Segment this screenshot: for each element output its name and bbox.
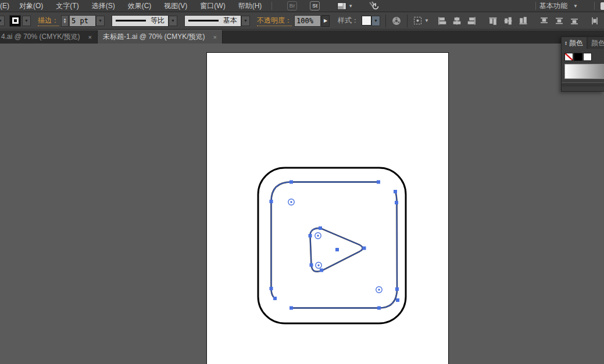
menu-view[interactable]: 视图(V): [158, 0, 194, 12]
arrange-documents-icon[interactable]: [337, 2, 346, 10]
stroke-color-swatch[interactable]: [9, 15, 21, 27]
divider: [535, 2, 536, 10]
dist-left-icon[interactable]: [591, 16, 600, 26]
anchor-point[interactable]: [270, 287, 273, 290]
canvas-area[interactable]: [0, 44, 604, 364]
tab-color-guide-label: 颜色: [591, 38, 604, 48]
width-profile-value: 等比: [151, 16, 165, 26]
artboard[interactable]: [207, 53, 449, 364]
divider: [385, 15, 386, 27]
grayscale-spectrum-ramp[interactable]: [564, 64, 604, 79]
anchor-point[interactable]: [319, 226, 322, 230]
divider: [407, 15, 408, 27]
anchor-point[interactable]: [394, 190, 397, 193]
stepper-down-icon[interactable]: ▼: [63, 21, 67, 24]
document-tab-1[interactable]: 4.ai @ 70% (CMYK/预览) ×: [0, 30, 98, 44]
width-profile-combo[interactable]: 等比: [112, 15, 169, 27]
anchor-point[interactable]: [395, 201, 398, 204]
canvas-svg: [0, 44, 604, 364]
align-to-dropdown[interactable]: ▼: [424, 18, 429, 23]
stroke-weight-input[interactable]: [69, 15, 96, 27]
align-center-h-icon[interactable]: [452, 16, 462, 26]
dist-top-icon[interactable]: [539, 16, 549, 26]
menu-select[interactable]: 选择(S): [85, 0, 121, 12]
menu-type[interactable]: 文字(T): [49, 0, 85, 12]
divider: [271, 2, 272, 10]
panel-footer: [562, 82, 604, 87]
anchor-point[interactable]: [395, 287, 399, 291]
close-tab-icon[interactable]: ×: [213, 34, 217, 41]
illustrator-window: (E) 对象(O) 文字(T) 选择(S) 效果(C) 视图(V) 窗口(W) …: [0, 0, 604, 364]
opacity-input[interactable]: [294, 15, 321, 27]
brush-definition-dropdown[interactable]: ▼: [241, 16, 250, 26]
stroke-weight-stepper[interactable]: ▲ ▼: [61, 15, 69, 27]
document-tab-title: 未标题-1.ai @ 70% (CMYK/预览): [103, 32, 205, 42]
tab-color-label: 颜色: [569, 38, 583, 48]
fill-color-dropdown[interactable]: ▼: [0, 16, 5, 26]
align-top-icon[interactable]: [488, 16, 498, 26]
brush-definition-combo[interactable]: 基本: [184, 15, 241, 27]
anchor-point[interactable]: [273, 297, 277, 300]
corner-widget-dot: [290, 201, 292, 203]
anchor-point[interactable]: [377, 307, 381, 310]
style-label: 样式：: [338, 16, 359, 26]
swatch-none[interactable]: [564, 53, 573, 61]
anchor-point[interactable]: [320, 269, 323, 272]
anchor-point[interactable]: [377, 181, 380, 184]
style-swatch[interactable]: [362, 16, 371, 26]
anchor-point[interactable]: [310, 264, 313, 267]
align-left-icon[interactable]: [437, 16, 446, 26]
stock-icon[interactable]: St: [310, 1, 320, 10]
menu-object[interactable]: 对象(O): [13, 0, 49, 12]
align-right-icon[interactable]: [467, 16, 477, 26]
recolor-artwork-icon[interactable]: [391, 16, 402, 26]
opacity-panel-link[interactable]: 不透明度：: [257, 16, 292, 26]
stroke-weight-dropdown[interactable]: ▼: [96, 16, 105, 26]
stroke-ring-icon: [12, 17, 19, 24]
corner-widget-dot: [378, 289, 380, 290]
width-profile-dropdown[interactable]: ▼: [169, 16, 177, 26]
corner-widget-dot: [317, 264, 319, 266]
tab-color-guide[interactable]: 颜色: [588, 37, 604, 49]
style-dropdown[interactable]: ▼: [371, 16, 380, 26]
align-to-selection-icon[interactable]: [413, 16, 423, 26]
workspace-switcher[interactable]: 基本功能 ▼: [532, 1, 604, 11]
brush-line-icon: [188, 20, 219, 21]
stroke-color-dropdown[interactable]: ▼: [22, 16, 31, 26]
tab-color[interactable]: ▴▾ 颜色: [562, 37, 587, 49]
opacity-slider-button[interactable]: ▶: [321, 15, 330, 27]
color-panel: ▴▾ 颜色 颜色: [561, 36, 604, 92]
arrange-documents-dropdown[interactable]: ▼: [348, 3, 353, 9]
panel-collapse-icon[interactable]: ▴▾: [565, 41, 567, 45]
dist-bottom-icon[interactable]: [570, 16, 579, 26]
cs-live-icon[interactable]: [368, 1, 380, 10]
menu-effect[interactable]: 效果(C): [121, 0, 158, 12]
swatch-white[interactable]: [583, 53, 592, 61]
anchor-point[interactable]: [290, 307, 293, 310]
close-tab-icon[interactable]: ×: [88, 34, 92, 41]
align-middle-v-icon[interactable]: [503, 16, 513, 26]
stroke-panel-link[interactable]: 描边：: [38, 16, 59, 26]
menu-edit-partial[interactable]: (E): [0, 0, 13, 12]
document-tab-title: 4.ai @ 70% (CMYK/预览): [1, 32, 80, 42]
align-bottom-icon[interactable]: [519, 16, 528, 26]
anchor-point[interactable]: [309, 234, 312, 237]
workspace-label: 基本功能: [539, 1, 567, 11]
document-tab-2[interactable]: 未标题-1.ai @ 70% (CMYK/预览) ×: [98, 30, 223, 44]
anchor-point[interactable]: [396, 298, 399, 302]
object-center-point[interactable]: [335, 248, 339, 251]
document-tab-bar: 4.ai @ 70% (CMYK/预览) × 未标题-1.ai @ 70% (C…: [0, 30, 604, 44]
workspace-dropdown-icon: ▼: [573, 3, 578, 9]
bridge-icon[interactable]: Br: [287, 1, 297, 10]
menu-help[interactable]: 帮助(H): [232, 0, 269, 12]
anchor-point[interactable]: [363, 247, 366, 250]
dist-middle-icon[interactable]: [555, 16, 564, 26]
anchor-point[interactable]: [270, 200, 273, 203]
menu-window[interactable]: 窗口(W): [194, 0, 231, 12]
anchor-point[interactable]: [290, 181, 293, 184]
divider: [594, 2, 595, 10]
quick-swatches: [562, 49, 604, 61]
color-panel-tabs: ▴▾ 颜色 颜色: [562, 37, 604, 49]
corner-widget-dot: [317, 235, 319, 236]
swatch-black[interactable]: [574, 53, 582, 61]
